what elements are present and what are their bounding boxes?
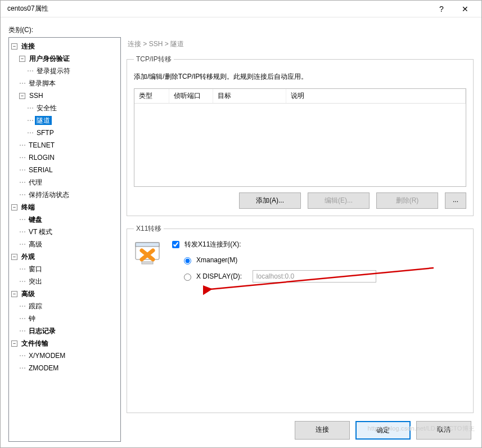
delete-button[interactable]: 删除(R) [376, 192, 438, 209]
more-button[interactable]: ... [445, 192, 466, 209]
tcpip-description: 添加/编辑/删除TCP/IP转移规则。此规则连接后自动应用。 [134, 72, 466, 82]
category-tree[interactable]: −连接 −用户身份验证 ⋯登录提示符 ⋯登录脚本 −SSH ⋯安全性 ⋯隧道 ⋯… [8, 37, 121, 442]
tree-item-logging[interactable]: 日志记录 [27, 326, 57, 335]
xdisplay-input[interactable] [253, 270, 376, 283]
settings-pane: 连接 > SSH > 隧道 TCP/IP转移 添加/编辑/删除TCP/IP转移规… [127, 37, 474, 442]
tree-item-zmodem[interactable]: ZMODEM [27, 364, 60, 373]
add-button[interactable]: 添加(A)... [239, 192, 301, 209]
col-type[interactable]: 类型 [134, 89, 169, 103]
xmanager-radio[interactable] [184, 257, 191, 265]
rules-header: 类型 侦听端口 目标 说明 [134, 89, 466, 104]
edit-button[interactable]: 编辑(E)... [308, 192, 370, 209]
tree-item-vt-mode[interactable]: VT 模式 [27, 227, 54, 236]
tree-item-connection[interactable]: 连接 [20, 42, 37, 51]
tree-item-trace[interactable]: 跟踪 [27, 302, 44, 311]
tree-item-telnet[interactable]: TELNET [27, 141, 56, 150]
xdisplay-radio-label[interactable]: X DISPLAY(D): [181, 270, 466, 283]
col-description[interactable]: 说明 [286, 89, 466, 103]
tree-item-keyboard[interactable]: 键盘 [27, 215, 44, 224]
tree-item-keepalive[interactable]: 保持活动状态 [27, 190, 71, 199]
tree-toggle[interactable]: − [11, 43, 17, 50]
col-listen-port[interactable]: 侦听端口 [169, 89, 213, 103]
tree-item-window[interactable]: 窗口 [27, 265, 44, 274]
tree-item-terminal-advanced[interactable]: 高级 [27, 240, 44, 249]
tree-item-sftp[interactable]: SFTP [35, 128, 56, 137]
tree-item-proxy[interactable]: 代理 [27, 178, 44, 187]
tree-toggle[interactable]: − [19, 56, 25, 62]
tree-toggle[interactable]: − [11, 204, 17, 210]
tree-toggle[interactable]: − [11, 291, 17, 297]
breadcrumb: 连接 > SSH > 隧道 [127, 37, 474, 55]
xmanager-icon [134, 239, 161, 266]
svg-rect-2 [142, 262, 153, 264]
tree-toggle[interactable]: − [11, 254, 17, 260]
help-button[interactable]: ? [430, 1, 453, 17]
tree-item-login-script[interactable]: 登录脚本 [27, 79, 57, 88]
title-bar: centos07属性 ? ✕ [1, 1, 481, 17]
rules-buttons: 添加(A)... 编辑(E)... 删除(R) ... [134, 192, 466, 209]
tree-toggle[interactable]: − [11, 341, 17, 347]
xdisplay-radio[interactable] [184, 274, 191, 281]
tree-item-file-transfer[interactable]: 文件传输 [20, 339, 50, 348]
col-target[interactable]: 目标 [213, 89, 286, 103]
tree-item-terminal[interactable]: 终端 [20, 203, 37, 212]
tree-item-xymodem[interactable]: X/YMODEM [27, 351, 67, 360]
tcpip-forwarding-group: TCP/IP转移 添加/编辑/删除TCP/IP转移规则。此规则连接后自动应用。 … [127, 55, 474, 216]
tree-item-highlight[interactable]: 突出 [27, 277, 44, 286]
tcpip-legend: TCP/IP转移 [134, 55, 174, 64]
dialog-footer: 连接 确定 取消 [127, 421, 474, 442]
tree-item-login-prompt[interactable]: 登录提示符 [35, 66, 72, 75]
columns: −连接 −用户身份验证 ⋯登录提示符 ⋯登录脚本 −SSH ⋯安全性 ⋯隧道 ⋯… [8, 37, 474, 442]
tree-item-security[interactable]: 安全性 [35, 104, 58, 113]
close-button[interactable]: ✕ [453, 1, 477, 17]
tree-item-ssh[interactable]: SSH [28, 91, 45, 100]
tree-item-appearance[interactable]: 外观 [20, 252, 37, 261]
xmanager-radio-label[interactable]: Xmanager(M) [181, 256, 466, 265]
tree-item-tunnel[interactable]: 隧道 [35, 116, 52, 125]
window-title: centos07属性 [5, 4, 430, 14]
rules-table[interactable]: 类型 侦听端口 目标 说明 [134, 88, 466, 187]
tree-item-user-auth[interactable]: 用户身份验证 [28, 54, 71, 63]
forward-x11-checkbox[interactable] [172, 241, 179, 248]
x11-forwarding-group: X11转移 [127, 224, 474, 413]
ok-button[interactable]: 确定 [355, 421, 411, 440]
x11-legend: X11转移 [134, 224, 164, 234]
tree-item-advanced[interactable]: 高级 [20, 289, 37, 298]
tree-item-rlogin[interactable]: RLOGIN [27, 153, 56, 162]
tree-item-serial[interactable]: SERIAL [27, 165, 55, 174]
tree-item-bell[interactable]: 钟 [27, 314, 37, 323]
dialog-window: centos07属性 ? ✕ 类别(C): −连接 −用户身份验证 ⋯登录提示符… [0, 0, 482, 448]
forward-x11-checkbox-label[interactable]: 转发X11连接到(X): [170, 239, 466, 250]
dialog-body: 类别(C): −连接 −用户身份验证 ⋯登录提示符 ⋯登录脚本 −SSH ⋯ [1, 17, 481, 447]
cancel-button[interactable]: 取消 [416, 421, 471, 440]
connect-button[interactable]: 连接 [295, 421, 350, 440]
category-label: 类别(C): [8, 25, 474, 35]
svg-rect-1 [136, 243, 159, 247]
tree-toggle[interactable]: − [19, 93, 25, 99]
